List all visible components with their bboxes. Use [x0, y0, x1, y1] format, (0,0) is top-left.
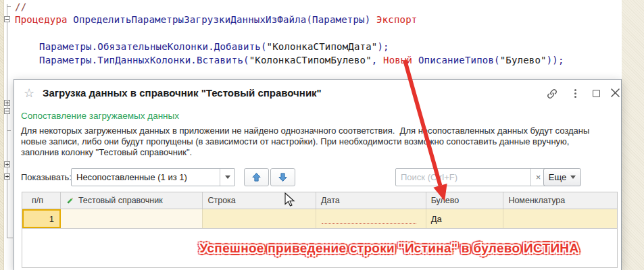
show-filter-label: Показывать:	[21, 172, 72, 182]
section-header: Сопоставление загружаемых данных	[21, 111, 179, 121]
row-number-cell[interactable]: 1	[22, 209, 61, 228]
nomenclature-cell[interactable]	[503, 209, 617, 228]
column-header-string[interactable]: Строка	[203, 192, 316, 209]
description-line: заполнив колонку "Тестовый справочник".	[21, 147, 192, 157]
right-panel-strip	[622, 0, 644, 270]
fold-expand-icon[interactable]	[4, 100, 10, 106]
more-button-label: Еще	[549, 172, 566, 182]
arrow-down-icon	[278, 172, 288, 182]
column-header-reference[interactable]: Тестовый справочник	[61, 192, 203, 209]
fold-expand-icon[interactable]	[4, 173, 10, 180]
dialog-title: Загрузка данных в справочник "Тестовый с…	[43, 87, 322, 99]
chevron-down-icon	[225, 176, 230, 179]
link-icon[interactable]	[546, 88, 558, 103]
editor-gutter	[0, 0, 4, 270]
next-unmatched-button[interactable]	[270, 168, 295, 186]
description-line: Для некоторых загруженных данных в прило…	[21, 126, 589, 136]
annotation-text: Успешное приведение строки "Истина" в бу…	[170, 241, 609, 256]
search-input[interactable]	[396, 169, 530, 186]
column-header-npp[interactable]: п/п	[22, 192, 61, 209]
code-statement-1: Параметры.ОбязательныеКолонки.Добавить("…	[39, 41, 389, 53]
code-procedure-line: Процедура ОпределитьПараметрыЗагрузкиДан…	[15, 14, 417, 26]
boolean-cell[interactable]: Да	[426, 209, 504, 228]
more-button[interactable]: Еще	[543, 168, 581, 186]
column-header-boolean[interactable]: Булево	[426, 192, 504, 209]
show-filter-value: Несопоставленные (1 из 1)	[72, 172, 220, 182]
fold-expand-icon[interactable]	[4, 161, 10, 167]
fold-corner	[7, 238, 13, 238]
code-fold-line	[7, 4, 7, 238]
fold-collapse-icon[interactable]	[4, 108, 10, 114]
column-header-date[interactable]: Дата	[316, 192, 426, 209]
search-box: ×	[395, 168, 546, 186]
fold-tick	[7, 130, 11, 131]
column-header-nomenclature[interactable]: Номенклатура	[503, 192, 617, 209]
table-row: 1 Да	[22, 209, 618, 229]
table-header-row: п/п Тестовый справочник Строка Дата Буле…	[22, 192, 618, 209]
show-filter-dropdown[interactable]: Несопоставленные (1 из 1)	[71, 168, 235, 186]
date-cell[interactable]	[316, 209, 426, 228]
fold-collapse-icon[interactable]	[4, 16, 10, 22]
data-import-dialog: ☆ Загрузка данных в справочник "Тестовый…	[14, 79, 622, 270]
more-menu-icon[interactable]	[574, 89, 576, 98]
empty-value-underline	[322, 223, 416, 224]
arrow-up-icon	[251, 172, 262, 182]
maximize-icon[interactable]	[593, 90, 600, 97]
dropdown-button[interactable]	[220, 169, 234, 186]
previous-unmatched-button[interactable]	[244, 168, 269, 186]
close-icon[interactable]	[611, 88, 620, 100]
favorite-star-icon[interactable]: ☆	[24, 86, 34, 101]
string-cell[interactable]	[203, 209, 316, 228]
reference-cell[interactable]	[61, 209, 203, 228]
fold-tick	[7, 6, 11, 7]
code-statement-2: Параметры.ТипДанныхКолонки.Вставить("Кол…	[39, 55, 564, 66]
chevron-down-icon	[570, 176, 576, 179]
pencil-icon	[66, 196, 74, 205]
code-comment-line: //	[15, 1, 26, 13]
description-line: новые записи, либо они будут пропущены (…	[21, 136, 569, 146]
